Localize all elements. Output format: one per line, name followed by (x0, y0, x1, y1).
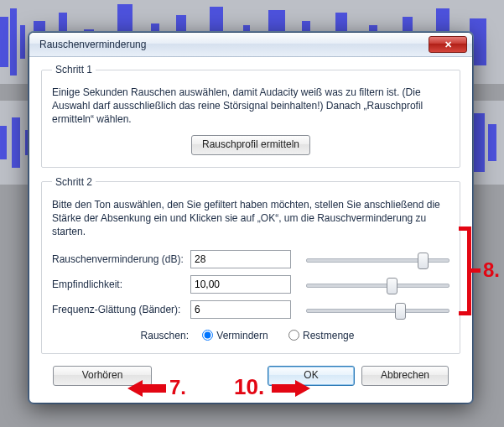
close-icon: ✕ (444, 39, 452, 50)
sensitivity-label: Empfindlichkeit: (52, 279, 190, 290)
svg-rect-3 (20, 25, 25, 59)
smoothing-slider[interactable] (306, 301, 449, 318)
step2-legend: Schritt 2 (52, 176, 96, 188)
step1-text: Einige Sekunden Rauschen auswählen, dami… (52, 86, 449, 127)
arrow-right-icon (272, 379, 310, 398)
get-noise-profile-button[interactable]: Rauschprofil ermitteln (191, 135, 310, 155)
step1-group: Schritt 1 Einige Sekunden Rauschen auswä… (41, 64, 460, 168)
radio-reduce[interactable]: Vermindern (198, 330, 268, 341)
reduction-label: Rauschenverminderung (dB): (52, 253, 190, 265)
step1-legend: Schritt 1 (52, 64, 96, 76)
svg-marker-25 (127, 380, 166, 397)
reduction-slider[interactable] (306, 251, 449, 268)
noise-label: Rauschen: (141, 330, 189, 341)
row-reduction: Rauschenverminderung (dB): (52, 247, 449, 272)
annotation-8: 8. (483, 258, 500, 282)
svg-rect-1 (0, 17, 8, 67)
dialog-title: Rauschenverminderung (39, 39, 429, 50)
annotation-10: 10. (234, 374, 264, 400)
radio-residual[interactable]: Restmenge (284, 330, 354, 341)
svg-rect-21 (12, 117, 20, 168)
cancel-button[interactable]: Abbrechen (361, 366, 449, 386)
noise-reduction-dialog: Rauschenverminderung ✕ Schritt 1 Einige … (29, 32, 473, 404)
svg-rect-20 (0, 126, 7, 159)
smoothing-label: Frequenz-Glättung (Bänder): (52, 304, 190, 315)
svg-rect-2 (10, 8, 17, 76)
step2-group: Schritt 2 Bitte den Ton auswählen, den S… (41, 176, 460, 355)
smoothing-input[interactable] (190, 300, 291, 319)
sensitivity-slider[interactable] (306, 276, 449, 293)
close-button[interactable]: ✕ (429, 36, 467, 53)
step2-text: Bitte den Ton auswählen, den Sie gefilte… (52, 198, 449, 239)
arrow-left-icon (127, 379, 166, 398)
reduction-input[interactable] (190, 250, 291, 268)
svg-rect-24 (488, 124, 496, 161)
noise-mode-radios: Rauschen: Vermindern Restmenge (52, 327, 449, 341)
svg-marker-26 (272, 380, 310, 397)
row-smoothing: Frequenz-Glättung (Bänder): (52, 297, 449, 322)
row-sensitivity: Empfindlichkeit: (52, 272, 449, 297)
titlebar: Rauschenverminderung ✕ (29, 33, 472, 57)
sensitivity-input[interactable] (190, 275, 291, 294)
annotation-7: 7. (169, 376, 186, 399)
